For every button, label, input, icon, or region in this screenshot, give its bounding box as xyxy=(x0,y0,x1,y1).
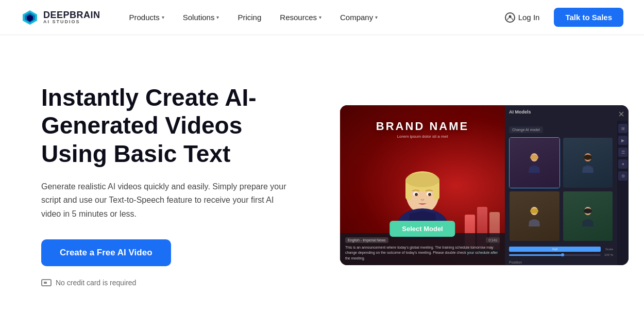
nav-item-resources[interactable]: Resources ▾ xyxy=(272,9,330,26)
hero-image: BRAND NAME Lorem ipsum dolor sit a met xyxy=(340,105,629,265)
panel-header: AI Models xyxy=(505,105,629,121)
nav-item-company[interactable]: Company ▾ xyxy=(332,9,386,26)
brand-name-text: BRAND NAME xyxy=(376,120,469,133)
hero-content: Instantly Create AI-Generated Videos Usi… xyxy=(41,84,309,287)
panel-close-icon[interactable] xyxy=(618,111,624,117)
full-btn[interactable]: Full xyxy=(509,247,601,252)
panel-icon-5[interactable]: ⚙ xyxy=(618,171,628,181)
svg-point-10 xyxy=(405,173,439,187)
video-caption-bar: English - Imperial News 0:14s This is an… xyxy=(340,233,505,266)
scale-label: Full Scale xyxy=(509,247,613,252)
model-thumb-2[interactable] xyxy=(563,137,614,188)
ai-models-panel: AI Models Change AI model xyxy=(505,105,629,265)
panel-title: AI Models xyxy=(509,109,531,115)
hero-title: Instantly Create AI-Generated Videos Usi… xyxy=(41,84,309,168)
nav-right: Log In Talk to Sales xyxy=(497,8,623,27)
nav-item-products[interactable]: Products ▾ xyxy=(121,9,173,26)
model-thumb-3[interactable] xyxy=(509,191,560,242)
panel-icon-2[interactable]: ▶ xyxy=(618,136,628,145)
nav-pricing-label: Pricing xyxy=(238,13,261,22)
panel-icon-1[interactable]: ⊞ xyxy=(618,124,628,133)
svg-point-21 xyxy=(584,155,592,160)
nav-company-label: Company xyxy=(340,13,373,22)
svg-point-14 xyxy=(428,193,431,196)
panel-icon-3[interactable]: ☰ xyxy=(618,148,628,157)
logo[interactable]: DEEPBRAIN AI STUDIOS xyxy=(21,8,100,27)
resources-chevron-icon: ▾ xyxy=(319,14,321,20)
no-credit-label: No credit card is required xyxy=(56,279,136,287)
language-badge: English - Imperial News xyxy=(345,237,388,243)
login-button[interactable]: Log In xyxy=(497,8,548,27)
talk-to-sales-button[interactable]: Talk to Sales xyxy=(554,8,623,27)
video-brand-overlay: BRAND NAME Lorem ipsum dolor sit a met xyxy=(376,120,469,139)
video-time-badge: 0:14s xyxy=(486,237,500,243)
nav-products-label: Products xyxy=(129,13,160,22)
create-free-video-button[interactable]: Create a Free AI Video xyxy=(41,239,171,266)
scale-value: 100 % xyxy=(603,253,613,256)
panel-icon-4[interactable]: ✦ xyxy=(618,159,628,169)
login-label: Log In xyxy=(518,13,540,22)
nav-resources-label: Resources xyxy=(280,13,317,22)
logo-icon xyxy=(21,8,39,27)
svg-point-19 xyxy=(530,155,538,160)
logo-sub: AI STUDIOS xyxy=(43,20,100,24)
logo-text: DEEPBRAIN AI STUDIOS xyxy=(43,10,100,24)
company-chevron-icon: ▾ xyxy=(375,14,378,20)
nav-item-pricing[interactable]: Pricing xyxy=(229,9,269,26)
change-model-button[interactable]: Change AI model xyxy=(509,126,543,133)
no-credit-card-notice: No credit card is required xyxy=(41,279,309,287)
products-chevron-icon: ▾ xyxy=(162,14,164,20)
nav-solutions-label: Solutions xyxy=(183,13,215,22)
logo-brand: DEEPBRAIN xyxy=(43,10,100,20)
brand-subtitle-text: Lorem ipsum dolor sit a met xyxy=(376,134,469,139)
user-icon xyxy=(505,12,515,23)
nav-item-solutions[interactable]: Solutions ▾ xyxy=(175,9,228,26)
credit-card-icon xyxy=(41,279,52,286)
position-label: Position xyxy=(509,261,613,264)
caption-text: This is an announcement where today's gl… xyxy=(345,245,500,262)
position-control: Position X 24 Y xyxy=(509,261,613,265)
video-mockup: BRAND NAME Lorem ipsum dolor sit a met xyxy=(340,105,629,265)
panel-main: Change AI model xyxy=(505,121,617,265)
svg-point-13 xyxy=(415,193,418,196)
svg-point-25 xyxy=(584,208,592,214)
nav-links: Products ▾ Solutions ▾ Pricing Resources… xyxy=(121,9,497,26)
hero-description: Generate realistic AI videos quickly and… xyxy=(41,180,289,221)
svg-point-23 xyxy=(530,208,538,214)
video-preview: BRAND NAME Lorem ipsum dolor sit a met xyxy=(340,105,505,265)
hero-section: Instantly Create AI-Generated Videos Usi… xyxy=(0,35,644,325)
model-thumb-1[interactable] xyxy=(509,137,560,188)
scale-slider[interactable] xyxy=(509,254,601,256)
scale-control: Full Scale 100 % xyxy=(509,247,613,256)
panel-side-icons: ⊞ ▶ ☰ ✦ ⚙ xyxy=(617,121,629,265)
navbar: DEEPBRAIN AI STUDIOS Products ▾ Solution… xyxy=(0,0,644,35)
solutions-chevron-icon: ▾ xyxy=(216,14,219,20)
model-thumb-4[interactable] xyxy=(563,191,614,242)
select-model-button[interactable]: Select Model xyxy=(389,221,455,237)
model-grid xyxy=(509,137,613,241)
